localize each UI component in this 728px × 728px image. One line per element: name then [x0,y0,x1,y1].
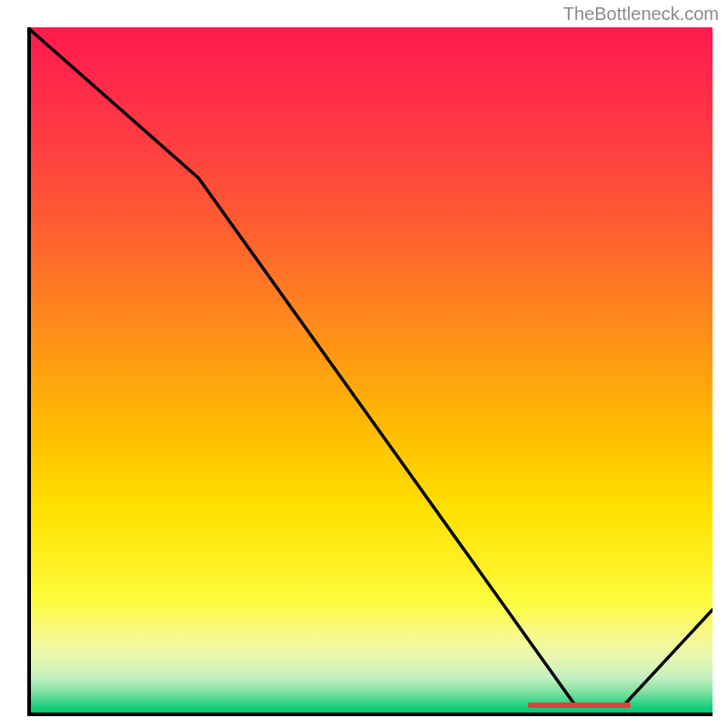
plot-area [27,27,713,713]
highlight-marker [528,703,631,708]
y-axis [27,27,31,713]
attribution-text: TheBottleneck.com [563,4,719,25]
line-series [27,27,713,713]
x-axis [27,713,713,716]
chart-container [27,27,713,713]
